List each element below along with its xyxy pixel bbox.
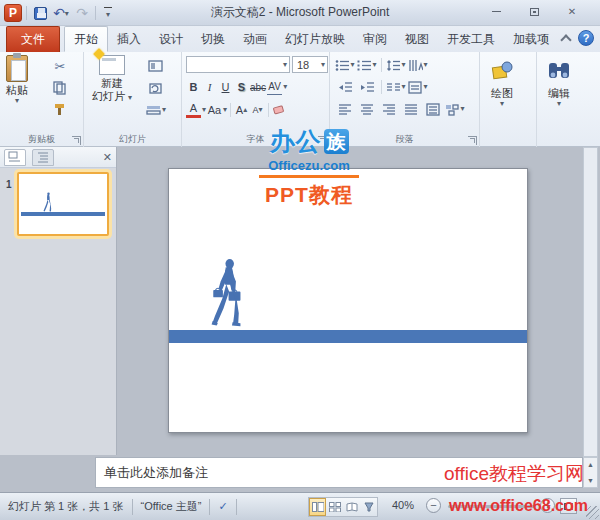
numbering-button[interactable]: ▾ — [357, 56, 377, 74]
scissors-icon: ✂ — [55, 59, 66, 74]
zoom-out-button[interactable]: − — [426, 498, 441, 513]
distribute-icon — [426, 103, 441, 116]
copy-icon — [53, 81, 67, 95]
tab-view[interactable]: 视图 — [396, 26, 438, 52]
spellcheck-status-button[interactable]: ✓ — [210, 498, 235, 516]
group-label-clipboard: 剪贴板 — [0, 133, 83, 146]
reading-view-button[interactable] — [343, 498, 360, 516]
italic-button[interactable]: I — [202, 79, 217, 95]
theme-name[interactable]: “Office 主题” — [133, 498, 210, 516]
cut-button[interactable]: ✂ — [50, 57, 70, 75]
minimize-button[interactable] — [482, 4, 510, 19]
close-panel-button[interactable]: ✕ — [103, 151, 112, 164]
chevron-down-icon: ▾ — [202, 106, 206, 114]
watermark-divider — [259, 175, 359, 178]
font-name-combo[interactable]: ▾ — [186, 56, 290, 73]
tab-home[interactable]: 开始 — [64, 26, 108, 52]
tab-slides-thumbnails[interactable] — [4, 149, 26, 166]
maximize-button[interactable] — [520, 4, 548, 19]
slides-panel: ✕ 1 — [0, 147, 117, 455]
text-shadow-button[interactable]: S — [234, 79, 249, 95]
site-watermark-line2: www.office68.com — [449, 497, 588, 515]
new-slide-button[interactable]: 新建 幻灯片 ▾ — [92, 55, 132, 103]
line-spacing-button[interactable]: ▾ — [386, 56, 406, 74]
drawing-menu-button[interactable]: 绘图 ▾ — [489, 55, 515, 108]
format-painter-icon — [53, 103, 67, 117]
increase-indent-icon — [360, 81, 375, 94]
font-color-button[interactable]: A — [186, 102, 201, 118]
change-case-button[interactable]: Aa — [207, 102, 222, 118]
tab-review[interactable]: 审阅 — [354, 26, 396, 52]
smartart-icon — [445, 103, 460, 116]
underline-button[interactable]: U — [218, 79, 233, 95]
chevron-down-icon: ▾ — [223, 106, 227, 114]
zoom-level[interactable]: 40% — [392, 499, 414, 511]
ribbon-tab-bar: 文件 开始 插入 设计 切换 动画 幻灯片放映 审阅 视图 开发工具 加载项 — [0, 26, 600, 52]
slide-scrollbar[interactable] — [583, 147, 598, 457]
tab-addins[interactable]: 加载项 — [504, 26, 558, 52]
minus-icon: − — [430, 499, 436, 511]
reset-slide-button[interactable] — [146, 79, 166, 97]
bold-button[interactable]: B — [186, 79, 201, 95]
scroll-up-button[interactable]: ▲ — [584, 458, 597, 471]
new-slide-label-2: 幻灯片 ▾ — [92, 90, 132, 103]
tab-animations[interactable]: 动画 — [234, 26, 276, 52]
align-right-button[interactable] — [379, 100, 399, 118]
status-left: 幻灯片 第 1 张，共 1 张 “Office 主题” ✓ — [0, 493, 237, 520]
decrease-indent-icon — [338, 81, 353, 94]
clipboard-dialog-launcher[interactable] — [72, 136, 81, 145]
paragraph-dialog-launcher[interactable] — [468, 136, 477, 145]
shrink-font-button[interactable]: A▾ — [250, 102, 265, 118]
tab-outline[interactable] — [32, 149, 54, 166]
distribute-button[interactable] — [423, 100, 443, 118]
increase-indent-button[interactable] — [357, 78, 377, 96]
character-spacing-button[interactable]: AV — [267, 79, 282, 95]
chevron-down-icon: ▾ — [423, 61, 427, 69]
copy-button[interactable] — [50, 79, 70, 97]
text-direction-button[interactable]: ▾ — [408, 56, 428, 74]
collapse-ribbon-icon[interactable] — [560, 34, 571, 45]
chevron-down-icon: ▾ — [423, 83, 427, 91]
align-center-button[interactable] — [357, 100, 377, 118]
divider — [236, 499, 237, 515]
slide-sorter-view-button[interactable] — [326, 498, 343, 516]
slide-thumbnail[interactable] — [17, 172, 109, 236]
officezu-logo-text: 办公 — [270, 125, 322, 158]
tab-file[interactable]: 文件 — [6, 26, 60, 52]
chevron-down-icon: ▾ — [128, 93, 132, 102]
tab-insert[interactable]: 插入 — [108, 26, 150, 52]
tab-transitions[interactable]: 切换 — [192, 26, 234, 52]
arrow-up-icon: ▴ — [243, 106, 247, 114]
notes-scrollbar[interactable]: ▲ ▼ — [583, 457, 598, 488]
convert-smartart-button[interactable]: ▾ — [445, 100, 465, 118]
binoculars-icon — [546, 59, 572, 83]
slide-counter[interactable]: 幻灯片 第 1 张，共 1 张 — [0, 498, 132, 516]
close-button[interactable]: ✕ — [558, 4, 586, 19]
justify-button[interactable] — [401, 100, 421, 118]
slide-number: 1 — [6, 179, 12, 190]
paste-button[interactable]: 粘贴 ▾ — [6, 55, 28, 105]
align-text-button[interactable]: ▾ — [408, 78, 428, 96]
columns-button[interactable]: ▾ — [386, 78, 406, 96]
columns-icon — [386, 81, 401, 94]
layout-icon — [148, 60, 164, 73]
help-button[interactable]: ? — [578, 30, 594, 46]
section-button[interactable]: ▾ — [146, 101, 166, 119]
strikethrough-button[interactable]: abc — [250, 79, 266, 95]
editing-menu-button[interactable]: 编辑 ▾ — [546, 55, 572, 108]
clear-formatting-button[interactable] — [272, 102, 287, 118]
slide-layout-button[interactable] — [146, 57, 166, 75]
tab-slideshow[interactable]: 幻灯片放映 — [276, 26, 354, 52]
format-painter-button[interactable] — [50, 101, 70, 119]
tab-developer[interactable]: 开发工具 — [438, 26, 504, 52]
slideshow-view-button[interactable] — [360, 498, 377, 516]
font-size-combo[interactable]: 18 ▾ — [292, 56, 328, 73]
bullets-button[interactable]: ▾ — [335, 56, 355, 74]
grow-font-button[interactable]: A▴ — [234, 102, 249, 118]
normal-view-button[interactable] — [309, 498, 326, 516]
align-left-button[interactable] — [335, 100, 355, 118]
decrease-indent-button[interactable] — [335, 78, 355, 96]
tab-design[interactable]: 设计 — [150, 26, 192, 52]
scroll-down-button[interactable]: ▼ — [584, 474, 597, 487]
eraser-icon — [273, 104, 287, 116]
